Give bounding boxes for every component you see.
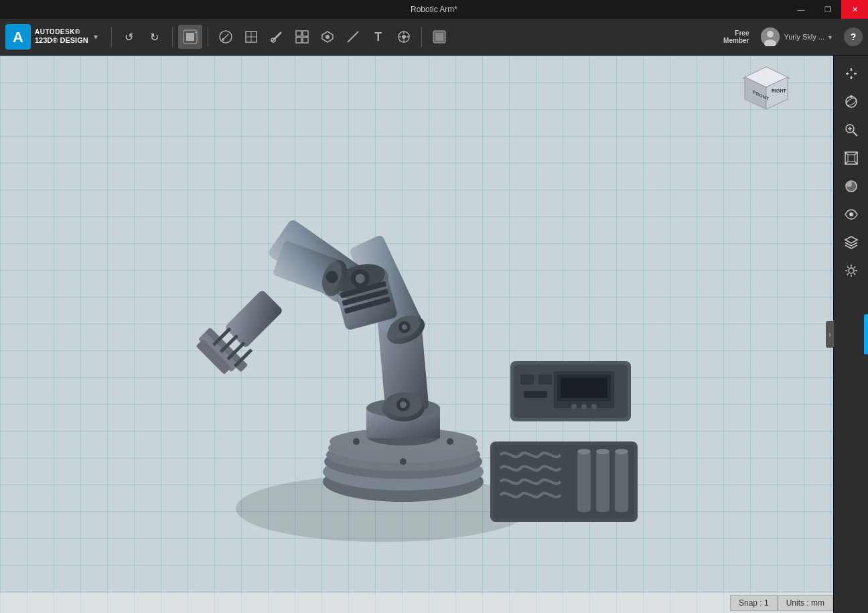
svg-rect-9 xyxy=(296,31,301,36)
redo-button[interactable]: ↻ xyxy=(143,25,167,49)
svg-rect-17 xyxy=(435,33,443,41)
sep-1 xyxy=(111,27,112,47)
svg-rect-80 xyxy=(538,374,552,385)
svg-point-93 xyxy=(577,449,591,454)
svg-rect-81 xyxy=(524,391,547,398)
view-cube[interactable]: FRONT RIGHT xyxy=(739,64,793,117)
close-button[interactable]: ✕ xyxy=(841,0,868,19)
svg-point-112 xyxy=(847,182,852,187)
window-title: Robotic Arm* xyxy=(411,5,457,14)
user-area: Free Member Yuriy Skly ... ▾ ? xyxy=(723,25,863,49)
svg-point-29 xyxy=(447,438,453,445)
svg-point-85 xyxy=(571,404,577,409)
svg-text:+: + xyxy=(194,29,198,36)
title-bar: Robotic Arm* — ❐ ✕ xyxy=(0,0,868,19)
free-label: Free xyxy=(735,29,749,37)
member-label: Member xyxy=(723,37,749,44)
snap-button[interactable] xyxy=(392,25,416,49)
svg-rect-92 xyxy=(615,452,628,512)
status-bar: Snap : 1 Units : mm xyxy=(0,593,833,613)
shading-button[interactable] xyxy=(839,174,864,199)
modify-button[interactable] xyxy=(265,25,289,49)
svg-point-86 xyxy=(581,404,587,409)
maximize-button[interactable]: ❐ xyxy=(814,0,841,19)
svg-point-28 xyxy=(353,438,360,445)
svg-text:RIGHT: RIGHT xyxy=(772,88,787,93)
collapse-sidebar-button[interactable]: › xyxy=(826,321,834,348)
svg-point-39 xyxy=(400,401,407,408)
arm-container xyxy=(0,56,833,613)
user-name-label: Yuriy Skly ... xyxy=(784,33,824,41)
svg-rect-12 xyxy=(303,38,308,43)
material-button[interactable] xyxy=(427,25,451,49)
grouping-button[interactable] xyxy=(315,25,340,49)
construct-button[interactable] xyxy=(239,25,263,49)
svg-point-104 xyxy=(850,95,853,98)
units-status[interactable]: Units : mm xyxy=(778,595,833,611)
product-label: 123D® DESIGN xyxy=(35,36,88,45)
svg-rect-10 xyxy=(303,31,308,36)
svg-rect-79 xyxy=(520,374,534,385)
autodesk-label: AUTODESK® xyxy=(35,28,88,36)
undo-button[interactable]: ↺ xyxy=(117,25,141,49)
membership-info: Free Member xyxy=(723,29,749,44)
orbit-button[interactable] xyxy=(839,89,864,115)
svg-point-95 xyxy=(615,449,628,454)
main-area: FRONT RIGHT Snap : 1 Units : mm xyxy=(0,56,868,613)
user-dropdown-icon: ▾ xyxy=(828,33,832,41)
user-avatar xyxy=(761,27,780,46)
svg-rect-90 xyxy=(577,452,591,512)
main-tools-group: T xyxy=(214,25,416,49)
right-sidebar: › xyxy=(833,56,868,613)
sep-4 xyxy=(421,27,422,47)
help-button[interactable]: ? xyxy=(844,27,863,46)
pan-button[interactable] xyxy=(839,61,864,86)
robotic-arm-svg xyxy=(115,100,718,569)
svg-point-113 xyxy=(849,212,853,216)
add-primitive-button[interactable]: + xyxy=(178,25,202,49)
svg-point-6 xyxy=(222,38,224,41)
sketch-button[interactable] xyxy=(214,25,238,49)
svg-point-19 xyxy=(767,31,774,38)
svg-point-15 xyxy=(402,35,406,39)
toolbar: A AUTODESK® 123D® DESIGN ▾ ↺ ↻ + xyxy=(0,19,868,56)
viewport[interactable]: FRONT RIGHT Snap : 1 Units : mm xyxy=(0,56,833,613)
fit-button[interactable] xyxy=(839,145,864,171)
user-profile-button[interactable]: Yuriy Skly ... ▾ xyxy=(755,25,837,49)
sep-3 xyxy=(208,27,208,47)
svg-point-94 xyxy=(596,449,609,454)
zoom-button[interactable] xyxy=(839,117,864,143)
logo-text: AUTODESK® 123D® DESIGN xyxy=(35,28,88,45)
svg-rect-110 xyxy=(848,155,855,161)
svg-rect-91 xyxy=(596,452,609,512)
svg-rect-84 xyxy=(561,378,607,398)
text-button[interactable]: T xyxy=(366,25,390,49)
svg-line-106 xyxy=(853,132,857,136)
svg-rect-11 xyxy=(296,38,301,43)
pattern-button[interactable] xyxy=(290,25,314,49)
svg-point-31 xyxy=(400,458,407,465)
measure-button[interactable] xyxy=(341,25,365,49)
svg-point-87 xyxy=(591,404,597,409)
svg-text:A: A xyxy=(13,29,23,46)
layers-button[interactable] xyxy=(839,230,864,255)
view-button[interactable] xyxy=(839,202,864,227)
svg-rect-3 xyxy=(186,33,194,41)
snap-status[interactable]: Snap : 1 xyxy=(730,595,778,611)
logo-dropdown-icon[interactable]: ▾ xyxy=(92,31,99,43)
svg-point-114 xyxy=(849,268,854,273)
window-controls: — ❐ ✕ xyxy=(788,0,868,19)
autodesk-logo-icon: A xyxy=(5,24,31,50)
settings-button[interactable] xyxy=(839,258,864,283)
undo-redo-group: ↺ ↻ xyxy=(117,25,167,49)
svg-point-13 xyxy=(326,35,330,39)
sep-2 xyxy=(172,27,173,47)
logo-area: A AUTODESK® 123D® DESIGN ▾ xyxy=(5,24,99,50)
sidebar-accent xyxy=(864,314,868,354)
minimize-button[interactable]: — xyxy=(788,0,814,19)
